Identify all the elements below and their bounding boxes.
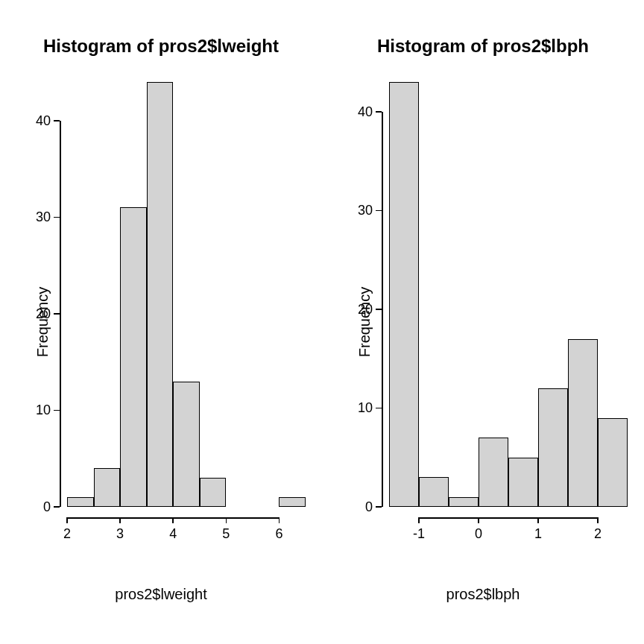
y-tick-label: 40 — [343, 104, 373, 119]
x-tick-label: 4 — [169, 526, 177, 542]
x-axis-line — [419, 517, 598, 519]
chart-canvas: Histogram of pros2$lweight Frequency pro… — [0, 0, 644, 644]
x-tick-label: 1 — [534, 526, 542, 542]
x-tick-label: 2 — [63, 526, 71, 542]
x-tick — [537, 517, 539, 523]
y-axis-label-left: Frequency — [34, 287, 51, 358]
histogram-bar — [279, 497, 306, 507]
plot-area-left: 23456010203040 — [67, 82, 306, 507]
y-tick-label: 10 — [21, 402, 51, 418]
y-axis-line — [382, 112, 383, 507]
plot-area-right: -1012010203040 — [389, 82, 628, 507]
y-tick-label: 20 — [21, 306, 51, 321]
x-tick-label: 0 — [475, 526, 482, 542]
x-axis-label-right: pros2$lbph — [322, 586, 644, 603]
histogram-lbph: Histogram of pros2$lbph Frequency pros2$… — [322, 0, 644, 644]
y-tick — [54, 506, 60, 508]
histogram-bar — [200, 478, 227, 507]
x-tick — [226, 517, 227, 523]
histogram-bar — [419, 477, 449, 507]
histogram-bar — [94, 468, 121, 507]
x-tick-label: 5 — [222, 526, 230, 542]
y-tick — [376, 210, 382, 212]
histogram-bar — [508, 458, 538, 507]
y-tick-label: 0 — [343, 499, 373, 515]
x-tick — [418, 517, 420, 523]
histogram-bar — [389, 82, 419, 507]
y-tick — [376, 309, 382, 310]
chart-title-left: Histogram of pros2$lweight — [0, 36, 322, 57]
y-tick — [54, 410, 60, 411]
chart-title-right: Histogram of pros2$lbph — [322, 36, 644, 57]
x-tick-label: 6 — [275, 526, 282, 542]
y-tick — [54, 120, 60, 121]
x-tick — [119, 517, 121, 523]
histogram-bar — [568, 339, 598, 507]
y-axis-label-right: Frequency — [356, 287, 373, 358]
x-tick — [279, 517, 280, 523]
x-tick — [172, 517, 174, 523]
histogram-bar — [538, 388, 568, 507]
y-tick-label: 30 — [21, 209, 51, 225]
y-tick — [376, 111, 382, 113]
histogram-bar — [147, 82, 174, 507]
histogram-bar — [449, 497, 479, 507]
x-tick-label: -1 — [413, 526, 425, 542]
histogram-bar — [479, 438, 508, 507]
y-tick — [54, 217, 60, 218]
x-axis-label-left: pros2$lweight — [0, 586, 322, 603]
y-tick-label: 30 — [343, 203, 373, 218]
x-tick — [478, 517, 479, 523]
y-tick — [376, 408, 382, 409]
y-tick-label: 40 — [21, 113, 51, 128]
histogram-bar — [598, 418, 628, 507]
y-tick — [376, 506, 382, 508]
y-tick-label: 0 — [21, 499, 51, 515]
y-axis-line — [60, 121, 61, 507]
x-tick — [66, 517, 68, 523]
histogram-bar — [67, 497, 94, 507]
y-tick — [54, 313, 60, 315]
x-tick-label: 2 — [594, 526, 602, 542]
x-tick — [597, 517, 599, 523]
y-tick-label: 20 — [343, 301, 373, 317]
histogram-bar — [173, 382, 200, 507]
x-tick-label: 3 — [116, 526, 124, 542]
histogram-bar — [120, 207, 147, 507]
histogram-lweight: Histogram of pros2$lweight Frequency pro… — [0, 0, 322, 644]
y-tick-label: 10 — [343, 400, 373, 416]
